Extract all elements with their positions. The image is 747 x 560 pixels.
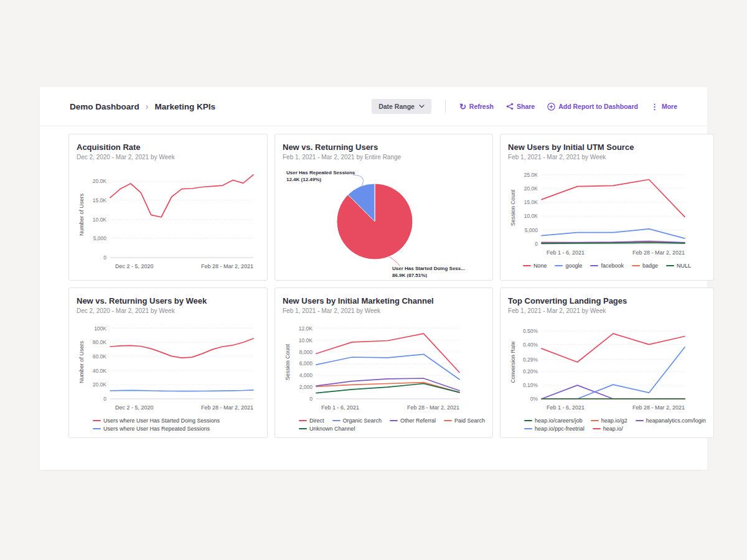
date-range-button[interactable]: Date Range xyxy=(372,99,431,114)
toolbar: Date Range ↻ Refresh Share Add xyxy=(372,99,677,114)
svg-text:5,000: 5,000 xyxy=(525,227,538,233)
legend-item[interactable]: Users where User Has Started Doing Sessi… xyxy=(93,418,220,424)
date-range-label: Date Range xyxy=(378,103,415,110)
card-title: New vs. Returning Users by Week xyxy=(77,296,260,306)
svg-text:6,000: 6,000 xyxy=(299,360,313,366)
svg-text:Dec 2 - 5, 2020: Dec 2 - 5, 2020 xyxy=(115,263,154,269)
legend-swatch xyxy=(523,265,531,266)
toolbar-divider xyxy=(445,100,446,113)
svg-text:100K: 100K xyxy=(94,325,106,332)
legend-label: NULL xyxy=(677,263,691,269)
legend-item[interactable]: Unknown Channel xyxy=(299,426,355,432)
legend-swatch xyxy=(632,265,640,266)
legend-item[interactable]: NULL xyxy=(666,263,691,269)
legend-item[interactable]: Direct xyxy=(299,418,324,424)
legend-swatch xyxy=(299,428,307,429)
share-button[interactable]: Share xyxy=(506,101,535,111)
add-report-button[interactable]: Add Report to Dashboard xyxy=(547,101,638,112)
legend-item[interactable]: badge xyxy=(632,263,658,269)
cards-grid: Acquisition Rate Dec 2, 2020 - Mar 2, 20… xyxy=(40,126,707,449)
svg-text:User Has Repeated Sessions: User Has Repeated Sessions xyxy=(286,170,355,175)
svg-text:Dec 2 - 5, 2020: Dec 2 - 5, 2020 xyxy=(115,404,154,411)
legend-item[interactable]: heap.io/ppc-freetrial xyxy=(524,426,585,432)
share-label: Share xyxy=(517,103,535,110)
legend-item[interactable]: heap.io/careers/job xyxy=(524,418,583,424)
svg-text:20.0K: 20.0K xyxy=(524,185,538,192)
legend-label: Users where User Has Repeated Sessions xyxy=(103,426,210,432)
svg-text:Session Count: Session Count xyxy=(284,343,291,380)
marketing-channel-line-chart: 02,0004,0006,0008,00010.0K12.0KSession C… xyxy=(283,319,466,413)
landing-pages-line-chart: 0%0.10%0.20%0.29%0.40%0.50%Conversion Ra… xyxy=(508,319,691,413)
svg-text:0.20%: 0.20% xyxy=(523,368,538,375)
more-button[interactable]: ⋮ More xyxy=(651,101,677,112)
chart-legend: NonegooglefacebookbadgeNULL xyxy=(508,263,706,269)
legend-swatch xyxy=(555,265,563,266)
legend-label: heap.io/ xyxy=(603,426,623,432)
svg-text:0.40%: 0.40% xyxy=(523,342,538,348)
svg-text:Feb 1 - 6, 2021: Feb 1 - 6, 2021 xyxy=(547,250,585,256)
card-subtitle: Feb 1, 2021 - Mar 2, 2021 by Week xyxy=(283,307,485,314)
legend-item[interactable]: google xyxy=(555,263,582,269)
svg-text:25.0K: 25.0K xyxy=(524,172,538,178)
refresh-icon: ↻ xyxy=(459,103,466,111)
svg-text:10.0K: 10.0K xyxy=(93,217,107,223)
card-new-vs-returning-by-week[interactable]: New vs. Returning Users by Week Dec 2, 2… xyxy=(68,287,268,438)
legend-swatch xyxy=(593,428,601,429)
svg-text:15.0K: 15.0K xyxy=(93,197,107,203)
card-subtitle: Feb 1, 2021 - Mar 2, 2021 by Week xyxy=(508,154,706,161)
legend-label: Paid Search xyxy=(454,418,485,424)
svg-text:Feb 28 - Mar 2, 2021: Feb 28 - Mar 2, 2021 xyxy=(632,250,685,256)
legend-item[interactable]: heapanalytics.com/login xyxy=(636,418,706,424)
svg-text:5,000: 5,000 xyxy=(93,235,107,241)
legend-label: Direct xyxy=(309,418,324,424)
legend-label: Users where User Has Started Doing Sessi… xyxy=(103,418,220,424)
legend-item[interactable]: heap.io/g2 xyxy=(591,418,627,424)
legend-swatch xyxy=(591,420,599,421)
svg-text:2,000: 2,000 xyxy=(299,384,313,390)
series-line xyxy=(110,338,253,358)
svg-text:Feb 28 - Mar 2, 2021: Feb 28 - Mar 2, 2021 xyxy=(201,263,253,269)
svg-text:10.0K: 10.0K xyxy=(524,213,538,219)
legend-item[interactable]: Paid Search xyxy=(444,418,485,424)
card-acquisition-rate[interactable]: Acquisition Rate Dec 2, 2020 - Mar 2, 20… xyxy=(68,134,268,281)
card-landing-pages[interactable]: Top Converting Landing Pages Feb 1, 2021… xyxy=(500,287,714,438)
legend-swatch xyxy=(93,428,101,429)
svg-text:Feb 1 - 6, 2021: Feb 1 - 6, 2021 xyxy=(547,404,585,411)
refresh-button[interactable]: ↻ Refresh xyxy=(459,101,494,112)
legend-item[interactable]: None xyxy=(523,263,547,269)
card-marketing-channel[interactable]: New Users by Initial Marketing Channel F… xyxy=(275,287,493,438)
chart-legend: DirectOrganic SearchOther ReferralPaid S… xyxy=(283,418,485,432)
legend-item[interactable]: heap.io/ xyxy=(593,426,623,432)
svg-text:0.10%: 0.10% xyxy=(523,382,538,388)
svg-text:10.0K: 10.0K xyxy=(299,337,313,343)
pie-callout-line xyxy=(390,257,400,266)
card-new-vs-returning[interactable]: New vs. Returning Users Feb 1, 2021 - Ma… xyxy=(275,134,493,281)
svg-text:20.0K: 20.0K xyxy=(93,178,107,184)
svg-text:Conversion Rate: Conversion Rate xyxy=(510,341,516,383)
legend-swatch xyxy=(666,265,674,266)
utm-source-line-chart: 05,00010.0K15.0K20.0K25.0KSession CountF… xyxy=(508,166,691,258)
new-vs-returning-pie-chart: User Has Started Doing Sess...86.9K (87.… xyxy=(283,166,466,278)
legend-item[interactable]: Users where User Has Repeated Sessions xyxy=(93,426,210,432)
legend-label: Other Referral xyxy=(400,418,436,424)
legend-swatch xyxy=(524,420,532,421)
legend-label: facebook xyxy=(601,263,624,269)
svg-text:Number of Users: Number of Users xyxy=(78,193,85,236)
chart-legend: Users where User Has Started Doing Sessi… xyxy=(77,418,260,432)
breadcrumb-current-report[interactable]: Marketing KPIs xyxy=(154,102,215,111)
legend-label: None xyxy=(533,263,547,269)
legend-item[interactable]: Organic Search xyxy=(332,418,382,424)
card-title: Acquisition Rate xyxy=(77,142,260,152)
legend-item[interactable]: Other Referral xyxy=(390,418,436,424)
legend-swatch xyxy=(332,420,341,421)
breadcrumb-dashboard[interactable]: Demo Dashboard xyxy=(70,102,139,111)
legend-item[interactable]: facebook xyxy=(590,263,624,269)
legend-label: heap.io/ppc-freetrial xyxy=(535,426,585,432)
series-line xyxy=(110,390,253,391)
svg-text:40.0K: 40.0K xyxy=(93,368,107,374)
card-utm-source[interactable]: New Users by Initial UTM Source Feb 1, 2… xyxy=(500,134,714,281)
svg-text:0: 0 xyxy=(103,396,106,402)
legend-label: heap.io/careers/job xyxy=(535,418,583,424)
svg-text:12.4K (12.49%): 12.4K (12.49%) xyxy=(286,177,321,182)
legend-swatch xyxy=(93,420,101,421)
